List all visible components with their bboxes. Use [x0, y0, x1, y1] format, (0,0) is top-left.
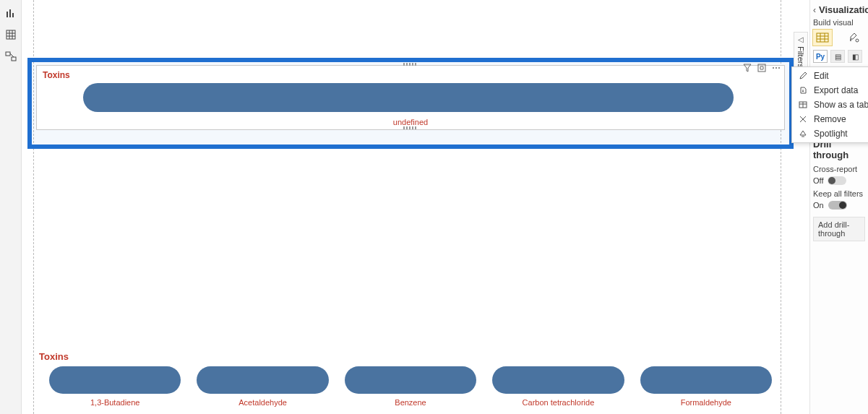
- ctx-show-as-table[interactable]: Show as a table: [792, 98, 868, 112]
- report-view-button[interactable]: [4, 6, 18, 20]
- pill-col-1: Acetaldehyde: [197, 366, 328, 407]
- ctx-export-data[interactable]: Export data: [792, 83, 868, 98]
- visual-context-menu: Edit Export data Show as a table Remove …: [791, 66, 868, 143]
- svg-rect-2: [12, 13, 14, 17]
- pill-button-3[interactable]: [492, 366, 624, 394]
- svg-line-10: [10, 53, 14, 57]
- svg-rect-1: [9, 9, 11, 17]
- toggle-switch-off: [828, 176, 846, 185]
- keep-filters-state: On: [813, 201, 824, 210]
- pill-label-3: Carbon tetrachloride: [523, 398, 595, 407]
- pill-col-4: Formaldehyde: [640, 366, 772, 407]
- pill-button-1[interactable]: [197, 366, 328, 394]
- guide-line-left: [33, 0, 34, 414]
- report-canvas[interactable]: Toxins undefined Edit Export data Show a…: [27, 0, 868, 414]
- focus-mode-icon[interactable]: [757, 63, 767, 73]
- svg-point-13: [775, 67, 777, 69]
- svg-point-12: [773, 67, 774, 69]
- viz-type-icon-a[interactable]: ▤: [830, 50, 845, 63]
- svg-point-14: [778, 67, 780, 69]
- cross-report-label: Cross-report: [813, 165, 865, 173]
- visualizations-pane: ‹ Visualizations Build visual Py ▤ ◧ ▥ ◫…: [809, 0, 868, 414]
- pill-label-2: Benzene: [395, 398, 426, 407]
- expand-filters-icon: ◁: [798, 35, 804, 43]
- svg-point-26: [856, 39, 859, 42]
- pill-button-2[interactable]: [345, 366, 476, 394]
- viz-type-icon-b[interactable]: ◧: [848, 50, 862, 63]
- drag-handle-top[interactable]: [403, 63, 418, 66]
- pill-button-0[interactable]: [49, 366, 181, 394]
- pill-label-4: Formaldehyde: [681, 398, 731, 407]
- cross-report-toggle[interactable]: Off: [813, 176, 865, 185]
- pill-label-0: 1,3-Butadiene: [90, 398, 140, 407]
- svg-rect-21: [817, 33, 828, 42]
- edit-icon: [798, 71, 808, 81]
- pill-label-1: Acetaldehyde: [239, 398, 287, 407]
- format-visual-tab[interactable]: [845, 30, 864, 46]
- view-switcher-rail: [0, 0, 22, 414]
- keep-filters-toggle[interactable]: On: [813, 201, 865, 210]
- bottom-pill-row: 1,3-Butadiene Acetaldehyde Benzene Carbo…: [36, 366, 785, 407]
- viz-pane-title: Visualizations: [819, 4, 868, 15]
- ctx-remove-label: Remove: [814, 114, 846, 124]
- spotlight-icon: [798, 129, 808, 139]
- ctx-edit-label: Edit: [814, 71, 829, 81]
- ctx-edit[interactable]: Edit: [792, 69, 868, 83]
- bottom-visual-title: Toxins: [39, 351, 785, 362]
- back-chevron-icon[interactable]: ‹: [813, 5, 816, 15]
- svg-rect-8: [6, 52, 10, 56]
- drag-handle-bottom[interactable]: [403, 126, 418, 129]
- remove-icon: [798, 114, 808, 124]
- svg-rect-0: [7, 12, 8, 17]
- filter-icon[interactable]: [742, 63, 752, 73]
- export-icon: [798, 85, 808, 95]
- pill-col-3: Carbon tetrachloride: [492, 366, 624, 407]
- ctx-spotlight[interactable]: Spotlight: [792, 126, 868, 141]
- ctx-remove[interactable]: Remove: [792, 112, 868, 126]
- build-visual-tab[interactable]: [813, 30, 832, 46]
- visual-header-toolbar: [742, 63, 781, 73]
- pill-col-0: 1,3-Butadiene: [49, 366, 181, 407]
- bottom-visual[interactable]: Toxins 1,3-Butadiene Acetaldehyde Benzen…: [36, 351, 785, 407]
- pill-col-2: Benzene: [345, 366, 476, 407]
- filters-pane-label: Filters: [796, 46, 805, 68]
- data-view-button[interactable]: [4, 27, 18, 42]
- keep-filters-label: Keep all filters: [813, 189, 865, 198]
- python-visual-label: Py: [816, 53, 825, 61]
- ctx-table-label: Show as a table: [814, 100, 868, 110]
- more-options-icon[interactable]: [771, 63, 781, 73]
- model-view-button[interactable]: [4, 49, 18, 64]
- cross-report-state: Off: [813, 176, 823, 185]
- selected-visual[interactable]: Toxins undefined: [36, 65, 785, 130]
- toggle-switch-on: [828, 201, 847, 210]
- data-pill-undefined[interactable]: [83, 83, 734, 112]
- python-visual-icon[interactable]: Py: [813, 50, 828, 63]
- table-icon: [798, 100, 808, 110]
- ctx-export-label: Export data: [814, 85, 858, 95]
- svg-rect-9: [12, 57, 16, 61]
- visual-title: Toxins: [43, 70, 70, 80]
- pill-button-4[interactable]: [640, 366, 772, 394]
- ctx-spotlight-label: Spotlight: [814, 129, 848, 139]
- svg-rect-3: [7, 30, 15, 39]
- viz-pane-subtitle: Build visual: [813, 18, 865, 27]
- axis-label-undefined: undefined: [393, 118, 428, 126]
- svg-rect-11: [758, 64, 765, 72]
- add-drill-through-well[interactable]: Add drill-through: [813, 217, 865, 241]
